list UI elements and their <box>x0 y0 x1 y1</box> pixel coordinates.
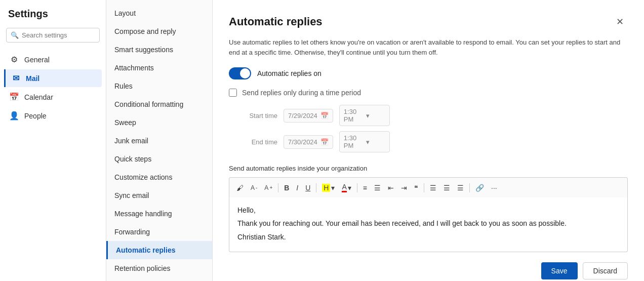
mail-icon: ✉ <box>11 73 21 83</box>
close-button[interactable]: ✕ <box>612 14 628 29</box>
search-input[interactable] <box>22 31 95 39</box>
calendar-icon: 📅 <box>9 92 19 102</box>
time-period-label: Send replies only during a time period <box>242 89 361 97</box>
automatic-replies-toggle[interactable] <box>229 67 251 79</box>
font-color-button[interactable]: A ▾ <box>339 181 354 194</box>
highlight-button[interactable]: H ▾ <box>319 182 338 194</box>
editor-toolbar: 🖌 A- A+ B I U H ▾ A ▾ ≡ ☰ ⇤ ⇥ ❝ ☰ ☰ ☰ 🔗 … <box>229 177 628 197</box>
toolbar-separator-4 <box>424 183 424 192</box>
discard-button[interactable]: Discard <box>583 262 628 279</box>
settings-item-conditional-formatting[interactable]: Conditional formatting <box>106 95 212 113</box>
end-date-input[interactable]: 7/30/2024 📅 <box>284 135 333 149</box>
indent-increase-button[interactable]: ⇥ <box>398 182 410 194</box>
settings-item-smime[interactable]: S/MIME <box>106 277 212 281</box>
footer-buttons: Save Discard <box>229 262 628 279</box>
sidebar-item-label: People <box>24 112 47 120</box>
toolbar-separator-3 <box>357 183 357 192</box>
settings-item-sync-email[interactable]: Sync email <box>106 186 212 205</box>
settings-item-junk-email[interactable]: Junk email <box>106 132 212 150</box>
search-icon: 🔍 <box>11 31 19 39</box>
start-time-value: 1:30 PM <box>344 108 363 123</box>
align-center-button[interactable]: ☰ <box>440 182 453 194</box>
settings-item-smart-suggestions[interactable]: Smart suggestions <box>106 41 212 59</box>
align-left-button[interactable]: ☰ <box>427 182 439 194</box>
settings-item-message-handling[interactable]: Message handling <box>106 205 212 223</box>
main-content: Automatic replies ✕ Use automatic replie… <box>213 0 644 281</box>
settings-item-compose-reply[interactable]: Compose and reply <box>106 22 212 41</box>
indent-decrease-button[interactable]: ⇤ <box>385 182 397 194</box>
calendar-icon: 📅 <box>320 112 329 119</box>
editor-greeting: Hello, <box>237 205 619 216</box>
sidebar-item-calendar[interactable]: 📅 Calendar <box>4 88 102 106</box>
font-color-icon: A <box>342 183 346 192</box>
toolbar-separator-2 <box>316 183 316 192</box>
editor-signature: Christian Stark. <box>237 231 619 243</box>
font-color-chevron: ▾ <box>348 184 351 192</box>
chevron-down-icon: ▾ <box>366 138 385 146</box>
bold-button[interactable]: B <box>281 182 292 194</box>
numbered-list-button[interactable]: ☰ <box>371 182 384 194</box>
toggle-label: Automatic replies on <box>257 69 321 77</box>
sidebar-item-label: Mail <box>26 74 39 83</box>
toolbar-separator-1 <box>278 183 278 192</box>
save-button[interactable]: Save <box>541 262 578 279</box>
italic-button[interactable]: I <box>293 182 301 194</box>
settings-item-layout[interactable]: Layout <box>106 4 212 22</box>
settings-list: Layout Compose and reply Smart suggestio… <box>106 0 213 281</box>
start-date-input[interactable]: 7/29/2024 📅 <box>284 109 333 123</box>
description-text: Use automatic replies to let others know… <box>229 37 624 57</box>
settings-item-customize-actions[interactable]: Customize actions <box>106 168 212 186</box>
sidebar-item-general[interactable]: ⚙ General <box>4 51 102 68</box>
time-fields: Start time 7/29/2024 📅 1:30 PM ▾ End tim… <box>242 105 628 152</box>
sidebar-item-mail[interactable]: ✉ Mail <box>4 69 102 87</box>
sidebar-nav: ⚙ General ✉ Mail 📅 Calendar 👤 People <box>0 51 106 125</box>
search-box[interactable]: 🔍 <box>6 28 100 43</box>
editor-area[interactable]: Hello, Thank you for reaching out. Your … <box>229 197 628 252</box>
people-icon: 👤 <box>9 111 19 121</box>
calendar-icon: 📅 <box>320 138 329 146</box>
underline-button[interactable]: U <box>302 182 313 194</box>
font-size-increase-button[interactable]: A+ <box>261 182 275 193</box>
settings-item-forwarding[interactable]: Forwarding <box>106 223 212 241</box>
settings-item-quick-steps[interactable]: Quick steps <box>106 150 212 168</box>
sidebar-item-label: Calendar <box>24 93 53 101</box>
editor-body: Thank you for reaching out. Your email h… <box>237 218 619 229</box>
settings-item-automatic-replies[interactable]: Automatic replies <box>106 241 212 259</box>
end-time-select[interactable]: 1:30 PM ▾ <box>339 131 390 152</box>
end-time-value: 1:30 PM <box>344 134 363 149</box>
main-header: Automatic replies ✕ <box>229 14 628 29</box>
bullet-list-button[interactable]: ≡ <box>360 182 370 194</box>
chevron-down-icon: ▾ <box>366 112 385 119</box>
sidebar-item-label: General <box>24 56 50 64</box>
settings-item-sweep[interactable]: Sweep <box>106 113 212 132</box>
highlight-icon: H <box>322 184 330 192</box>
toggle-row: Automatic replies on <box>229 67 628 79</box>
app-title: Settings <box>0 8 106 28</box>
end-time-row: End time 7/30/2024 📅 1:30 PM ▾ <box>242 131 628 152</box>
format-painter-button[interactable]: 🖌 <box>233 182 247 194</box>
link-button[interactable]: 🔗 <box>472 182 487 194</box>
start-date-value: 7/29/2024 <box>288 112 317 119</box>
more-options-button[interactable]: ··· <box>488 182 500 194</box>
time-period-checkbox[interactable] <box>229 89 237 97</box>
time-period-checkbox-row: Send replies only during a time period <box>229 89 628 97</box>
page-title: Automatic replies <box>229 15 323 28</box>
end-date-value: 7/30/2024 <box>288 138 317 146</box>
settings-item-attachments[interactable]: Attachments <box>106 59 212 77</box>
quote-button[interactable]: ❝ <box>411 182 421 194</box>
end-time-label: End time <box>242 138 277 146</box>
highlight-chevron: ▾ <box>331 184 335 192</box>
toolbar-separator-5 <box>469 183 470 192</box>
align-right-button[interactable]: ☰ <box>454 182 467 194</box>
sidebar: Settings 🔍 ⚙ General ✉ Mail 📅 Calendar 👤… <box>0 0 106 281</box>
settings-item-rules[interactable]: Rules <box>106 77 212 95</box>
settings-item-retention-policies[interactable]: Retention policies <box>106 259 212 277</box>
start-time-label: Start time <box>242 112 277 119</box>
start-time-select[interactable]: 1:30 PM ▾ <box>339 105 390 126</box>
general-icon: ⚙ <box>9 55 19 64</box>
section-heading: Send automatic replies inside your organ… <box>229 165 628 172</box>
font-size-decrease-button[interactable]: A- <box>248 182 260 193</box>
sidebar-item-people[interactable]: 👤 People <box>4 107 102 125</box>
start-time-row: Start time 7/29/2024 📅 1:30 PM ▾ <box>242 105 628 126</box>
